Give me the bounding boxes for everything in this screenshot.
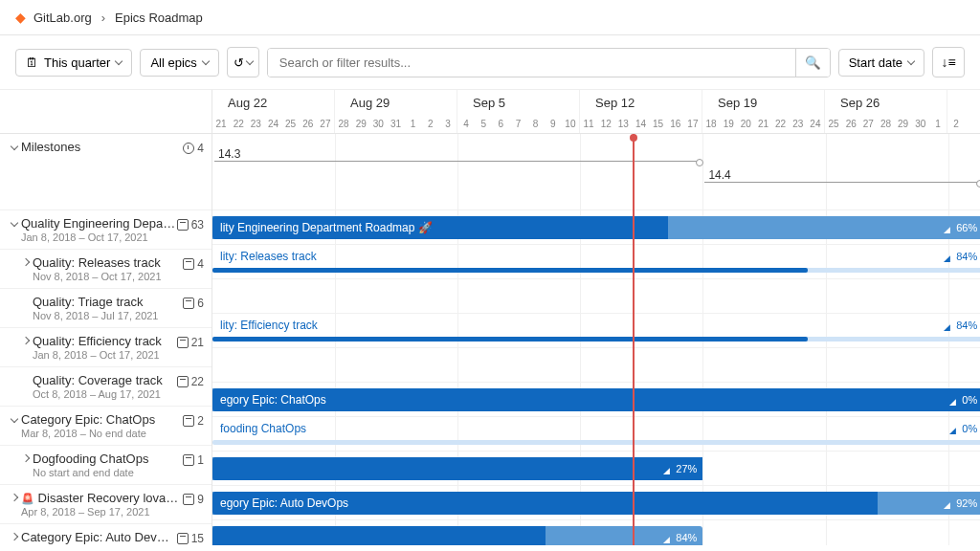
epic-row[interactable]: Quality: Coverage track Oct 8, 2018 – Au… — [0, 367, 212, 407]
epic-lane: egory Epic: Auto DevOps 92% — [212, 486, 980, 520]
epic-bar[interactable]: lity: Efficiency track 84% — [212, 316, 980, 335]
milestones-count: 4 — [197, 142, 204, 155]
week-label: Aug 22 — [228, 96, 334, 110]
epic-bar[interactable]: egory Epic: Auto DevOps 92% — [212, 492, 980, 515]
chevron-right-icon — [22, 454, 30, 462]
epic-bar-pct: 0% — [949, 423, 977, 434]
epic-row[interactable]: Quality: Triage track Nov 8, 2018 – Jul … — [0, 289, 212, 328]
epic-count: 1 — [197, 453, 204, 467]
epic-bar-label: egory Epic: ChatOps — [212, 393, 334, 407]
chevron-right-icon — [22, 258, 30, 266]
day-label: 28 — [877, 119, 894, 129]
epic-progress-track — [212, 268, 980, 273]
epic-count: 4 — [197, 257, 204, 271]
epic-lane — [212, 348, 980, 383]
epic-bar[interactable]: lity Engineering Department Roadmap 🚀 66… — [212, 216, 980, 239]
day-label: 31 — [387, 119, 404, 129]
breadcrumb-org[interactable]: GitLab.org — [33, 11, 92, 25]
epic-icon — [177, 219, 189, 231]
epics-filter-select[interactable]: All epics — [140, 49, 218, 77]
epic-title: 🚨 Disaster Recovery lovable maturity — [21, 491, 183, 505]
epic-count: 2 — [197, 414, 204, 428]
day-label: 15 — [650, 119, 667, 129]
weight-icon — [944, 223, 953, 232]
week-column: Aug 22 21222324252627 — [212, 90, 335, 133]
epic-row[interactable]: Quality: Releases track Nov 8, 2018 – Oc… — [0, 250, 212, 289]
epic-lane — [212, 279, 980, 314]
milestone-line — [704, 182, 980, 183]
chevron-down-icon — [115, 57, 122, 65]
search-input[interactable] — [268, 49, 795, 77]
milestone-label[interactable]: 14.4 — [708, 168, 730, 182]
search-submit[interactable]: 🔍 — [795, 49, 830, 77]
epic-lane: lity: Efficiency track 84% — [212, 314, 980, 348]
epic-lane: 27% — [212, 452, 980, 486]
epic-bar-label: lity: Releases track — [212, 250, 324, 263]
epic-bar-pct: 27% — [663, 463, 697, 474]
epic-icon — [183, 454, 194, 466]
chevron-right-icon — [11, 494, 18, 501]
sort-select[interactable]: Start date — [838, 49, 924, 77]
epic-dates: No start and end date — [33, 467, 183, 478]
epic-progress-fill — [212, 337, 808, 342]
day-label: 3 — [439, 119, 457, 129]
emoji-icon: 🚨 — [21, 493, 34, 504]
epic-icon — [183, 298, 194, 309]
day-label: 20 — [737, 119, 754, 129]
week-label: Aug 29 — [350, 96, 457, 110]
day-label: 11 — [580, 119, 597, 129]
epic-lane: lity Engineering Department Roadmap 🚀 66… — [212, 210, 980, 245]
day-label: 14 — [632, 119, 649, 129]
epic-bar[interactable]: 27% — [212, 457, 702, 480]
milestones-row[interactable]: Milestones 4 — [0, 134, 212, 210]
breadcrumb-page[interactable]: Epics Roadmap — [115, 11, 203, 25]
chevron-right-icon — [22, 337, 30, 344]
epic-icon — [183, 494, 194, 505]
epic-title: Quality: Efficiency track — [33, 334, 177, 348]
epic-row[interactable]: Quality: Efficiency track Jan 8, 2018 – … — [0, 328, 212, 367]
epic-row[interactable]: Quality Engineering Department Roa… Jan … — [0, 210, 212, 250]
week-label: Sep 5 — [473, 96, 579, 110]
timeline[interactable]: Aug 22 21222324252627Aug 29 28293031123S… — [212, 90, 980, 545]
chevron-down-icon — [11, 143, 18, 150]
day-label: 22 — [230, 119, 247, 129]
epic-lane: lity: Releases track 84% — [212, 245, 980, 279]
epic-count: 22 — [191, 375, 204, 388]
day-label: 24 — [264, 119, 281, 129]
epic-bar-pct: 92% — [944, 497, 977, 509]
epic-dates: Mar 8, 2018 – No end date — [21, 428, 183, 439]
week-column: 2 — [947, 90, 980, 133]
epic-count: 6 — [197, 297, 204, 310]
sidebar-header-blank — [0, 90, 212, 134]
history-button[interactable]: ↺ — [227, 47, 259, 77]
epic-row[interactable]: 🚨 Disaster Recovery lovable maturity Apr… — [0, 485, 212, 524]
epic-bar-pct: 84% — [663, 532, 697, 543]
epic-row[interactable]: Category Epic: ChatOps Mar 8, 2018 – No … — [0, 407, 212, 446]
epic-bar-label: lity: Efficiency track — [212, 319, 325, 332]
epic-row[interactable]: Dogfooding ChatOps No start and end date… — [0, 446, 212, 485]
timeline-header: Aug 22 21222324252627Aug 29 28293031123S… — [212, 90, 980, 134]
day-label: 1 — [405, 119, 422, 129]
day-label: 29 — [895, 119, 912, 129]
epics-sidebar: Milestones 4 Quality Engineering Departm… — [0, 90, 212, 545]
epic-bar[interactable]: 84% — [212, 526, 702, 545]
epic-bar-pct: 84% — [944, 320, 977, 331]
epic-bar[interactable]: egory Epic: ChatOps 0% — [212, 388, 980, 411]
epic-bar[interactable]: fooding ChatOps 0% — [212, 419, 980, 438]
epic-row[interactable]: Category Epic: Auto DevOps Apr 8, 2018 –… — [0, 524, 212, 545]
week-label: Sep 19 — [718, 96, 824, 110]
epic-progress-track — [212, 440, 980, 445]
epic-count: 63 — [191, 218, 204, 231]
epic-icon — [183, 258, 194, 270]
milestone-label[interactable]: 14.3 — [218, 147, 240, 161]
sort-direction-button[interactable]: ↓≡ — [932, 47, 965, 77]
day-label: 13 — [614, 119, 632, 129]
day-label: 2 — [947, 119, 965, 129]
range-select[interactable]: 🗓 This quarter — [15, 49, 132, 77]
week-column: Sep 5 45678910 — [457, 90, 580, 133]
epic-bar[interactable]: lity: Releases track 84% — [212, 247, 980, 266]
epic-title: Quality: Triage track — [33, 295, 183, 309]
week-column: Sep 12 11121314151617 — [580, 90, 702, 133]
week-column: Aug 29 28293031123 — [335, 90, 457, 133]
filter-label: All epics — [150, 55, 196, 70]
